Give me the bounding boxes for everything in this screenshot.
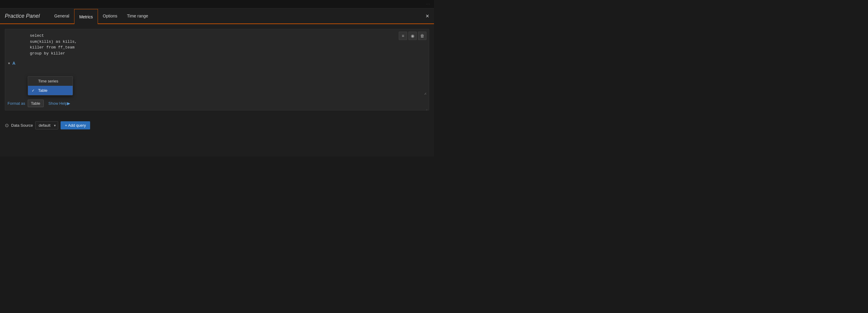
dropdown-item-table[interactable]: ✓ Table [28, 86, 73, 95]
format-current-value: Table [31, 101, 40, 106]
chevron-down-icon: ▼ [7, 62, 10, 65]
top-bar: ··· [0, 0, 434, 8]
format-dropdown-menu: Time series ✓ Table [28, 76, 73, 95]
add-query-label: + Add query [65, 123, 86, 128]
tab-metrics[interactable]: Metrics [74, 9, 98, 24]
query-actions: ≡ ◉ 🗑 [399, 32, 427, 40]
tab-time-range[interactable]: Time range [122, 8, 153, 24]
eye-icon: ◉ [411, 33, 414, 38]
format-button[interactable]: ≡ [399, 32, 407, 40]
delete-query-button[interactable]: 🗑 [418, 32, 427, 40]
query-input[interactable]: select sum(kills) as kills, killer from … [18, 32, 427, 95]
dropdown-item-time-series[interactable]: Time series [28, 76, 73, 86]
query-block: ▼ A select sum(kills) as kills, killer f… [5, 29, 429, 110]
show-help-label: Show Help [49, 101, 67, 106]
add-query-button[interactable]: + Add query [61, 121, 90, 130]
panel-header: Practice Panel General Metrics Options T… [0, 8, 434, 24]
format-as-label: Format as [7, 101, 25, 106]
panel-content: ▼ A select sum(kills) as kills, killer f… [0, 24, 434, 115]
database-icon: ⊙ [5, 123, 9, 128]
bottom-bar: ⊙ Data Source default + Add query [0, 118, 434, 133]
query-footer: Format as Time series ✓ Table [5, 97, 429, 110]
query-label: A [12, 61, 16, 66]
toggle-visibility-button[interactable]: ◉ [408, 32, 417, 40]
format-dropdown-wrapper: Time series ✓ Table Table [28, 100, 44, 107]
query-letter-container: ▼ A [7, 61, 16, 66]
resize-handle[interactable]: ⌟ [426, 107, 429, 110]
show-help-button[interactable]: Show Help▶ [46, 100, 73, 107]
datasource-select-wrapper: default [35, 121, 58, 130]
datasource-label: Data Source [11, 123, 33, 128]
trash-icon: 🗑 [420, 33, 424, 38]
top-bar-dots: ··· [426, 2, 430, 6]
tab-options[interactable]: Options [98, 8, 122, 24]
datasource-select[interactable]: default [35, 121, 58, 130]
panel-title: Practice Panel [5, 13, 40, 19]
panel-container: Practice Panel General Metrics Options T… [0, 8, 434, 156]
close-button[interactable]: × [426, 13, 429, 19]
tab-general[interactable]: General [50, 8, 74, 24]
tab-navigation: General Metrics Options Time range [50, 8, 153, 24]
hamburger-icon: ≡ [402, 33, 404, 38]
selected-check: ✓ [32, 89, 36, 93]
time-series-option-label: Time series [38, 79, 59, 83]
table-option-label: Table [38, 88, 48, 93]
format-dropdown-trigger[interactable]: Table [28, 100, 44, 107]
show-help-arrow-icon: ▶ [67, 101, 70, 106]
